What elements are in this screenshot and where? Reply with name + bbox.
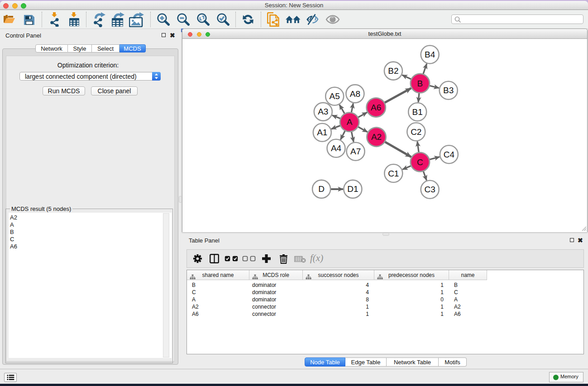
svg-text:A5: A5 [330, 91, 340, 101]
svg-text:C1: C1 [388, 169, 399, 178]
svg-text:B2: B2 [388, 66, 398, 76]
svg-text:B3: B3 [443, 86, 454, 95]
svg-text:D: D [318, 184, 325, 194]
svg-text:A7: A7 [350, 147, 361, 156]
svg-text:C2: C2 [411, 127, 421, 137]
svg-text:B1: B1 [412, 107, 423, 117]
svg-text:C4: C4 [444, 150, 455, 159]
svg-text:A6: A6 [371, 103, 381, 112]
svg-text:A3: A3 [318, 107, 328, 116]
svg-text:A8: A8 [350, 89, 360, 99]
svg-text:A4: A4 [331, 143, 342, 153]
svg-text:A1: A1 [317, 128, 327, 137]
svg-text:B: B [417, 79, 423, 88]
svg-text:B4: B4 [425, 50, 435, 59]
svg-text:C3: C3 [425, 185, 435, 194]
svg-text:A: A [347, 117, 353, 127]
svg-text:A2: A2 [371, 132, 382, 142]
svg-text:D1: D1 [347, 184, 358, 194]
svg-text:C: C [417, 157, 423, 167]
